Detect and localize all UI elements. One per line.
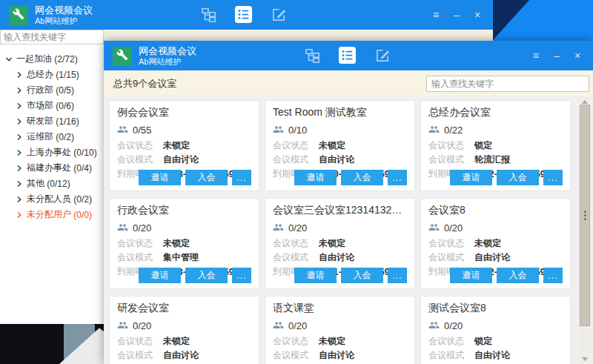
room-grid: 例会会议室 0/55 会议状态 未锁定 会议模式 自由讨论 到期时间 2028-… — [109, 100, 572, 364]
org-tree-item[interactable]: 行政部 (0/5) — [0, 82, 104, 98]
invite-button[interactable]: 邀请 — [450, 170, 492, 185]
more-button[interactable]: ... — [232, 268, 251, 283]
org-tree-item-label: 总经办 — [27, 68, 53, 81]
room-list-icon[interactable] — [234, 5, 253, 27]
people-icon — [428, 320, 440, 333]
org-tree-item[interactable]: 未分配人员 (0/2) — [0, 191, 104, 207]
org-tree-item-label: 市场部 — [27, 99, 53, 112]
join-button[interactable]: 入会 — [341, 268, 383, 283]
chevron-right-icon[interactable] — [16, 71, 23, 79]
mode-label: 会议模式 — [117, 349, 163, 362]
org-tree-item-label: 其他 — [27, 177, 44, 190]
org-tree-root-label: 一起加油 — [16, 53, 52, 65]
chevron-right-icon[interactable] — [16, 102, 23, 110]
more-button[interactable]: ... — [543, 170, 563, 185]
scrollbar-thumb[interactable] — [580, 105, 590, 326]
main-window-titlebar[interactable]: 网会视频会议 Ab网站维护 ≡ – — [104, 41, 593, 70]
org-tree-list: 总经办 (1/15) 行政部 (0/5) 市场部 (0/6) 研发部 (1/16… — [0, 67, 104, 222]
org-tree-item-count: (0/5) — [56, 85, 74, 96]
org-chart-icon[interactable] — [200, 7, 216, 26]
scroll-down-icon[interactable] — [579, 354, 591, 364]
status-label: 会议状态 — [428, 139, 474, 152]
join-button[interactable]: 入会 — [497, 170, 539, 185]
invite-button[interactable]: 邀请 — [139, 170, 181, 185]
chevron-right-icon[interactable] — [16, 118, 23, 125]
org-tree-item[interactable]: 运维部 (0/2) — [0, 129, 104, 145]
more-button[interactable]: ... — [388, 170, 407, 185]
mode-value: 轮流汇报 — [474, 153, 510, 166]
app-title: 网会视频会议 — [35, 5, 93, 16]
mode-label: 会议模式 — [273, 349, 319, 362]
org-tree-item-count: (1/16) — [56, 116, 79, 127]
org-tree-item[interactable]: 研发部 (1/16) — [0, 113, 104, 129]
invite-button[interactable]: 邀请 — [139, 268, 181, 283]
room-name: 行政会议室 — [117, 204, 251, 217]
org-tree-item-label: 运维部 — [27, 130, 53, 143]
more-button[interactable]: ... — [232, 170, 251, 185]
more-button[interactable]: ... — [543, 268, 563, 283]
join-button[interactable]: 入会 — [185, 268, 228, 283]
org-tree-item-count: (0/2) — [56, 132, 74, 142]
join-button[interactable]: 入会 — [341, 170, 383, 185]
invite-button[interactable]: 邀请 — [294, 268, 337, 283]
chevron-right-icon[interactable] — [16, 211, 23, 219]
org-tree-item-count: (0/6) — [56, 101, 74, 111]
vertical-scrollbar[interactable] — [579, 96, 591, 364]
room-occupancy: 0/20 — [288, 222, 307, 234]
mode-label: 会议模式 — [273, 153, 319, 166]
status-label: 会议状态 — [273, 237, 319, 250]
org-tree-item[interactable]: 总经办 (1/15) — [0, 67, 104, 82]
org-tree-item-count: (0/12) — [47, 179, 70, 189]
chevron-down-icon[interactable] — [5, 56, 13, 63]
more-button[interactable]: ... — [388, 268, 407, 283]
chevron-right-icon[interactable] — [16, 133, 23, 141]
mode-value: 自由讨论 — [163, 153, 199, 166]
close-icon[interactable]: × — [572, 50, 583, 62]
room-occupancy: 0/20 — [133, 320, 151, 331]
join-button[interactable]: 入会 — [497, 268, 539, 283]
close-icon[interactable]: × — [472, 9, 483, 21]
background-window-titlebar[interactable]: 网会视频会议 Ab网站维护 ≡ – — [0, 0, 493, 30]
org-chart-icon[interactable] — [304, 47, 320, 67]
chevron-right-icon[interactable] — [16, 87, 23, 94]
invite-button[interactable]: 邀请 — [450, 268, 492, 283]
status-label: 会议状态 — [273, 335, 319, 348]
room-name: 语文课堂 — [273, 302, 407, 315]
org-tree-root[interactable]: 一起加油 (2/72) — [0, 51, 104, 67]
edit-icon[interactable] — [374, 47, 391, 67]
invite-button[interactable]: 邀请 — [294, 170, 337, 185]
chevron-right-icon[interactable] — [16, 165, 23, 172]
meeting-room-card: 总经办会议室 0/22 会议状态 锁定 会议模式 轮流汇报 到期时间 2022-… — [420, 100, 571, 191]
org-tree-item[interactable]: 上海办事处 (0/10) — [0, 145, 104, 160]
chevron-right-icon[interactable] — [16, 180, 23, 188]
org-tree-item-count: (0/10) — [73, 148, 96, 158]
org-tree-item[interactable]: 福建办事处 (0/4) — [0, 160, 104, 176]
room-search-input[interactable] — [426, 76, 589, 92]
join-button[interactable]: 入会 — [185, 170, 228, 185]
room-list-icon[interactable] — [338, 46, 357, 67]
wrench-icon — [116, 49, 128, 64]
minimize-icon[interactable]: – — [551, 50, 562, 62]
room-name: Test Room 测试教室 — [273, 106, 407, 119]
status-value: 未锁定 — [319, 139, 345, 152]
chevron-right-icon[interactable] — [16, 196, 23, 203]
meeting-room-card: 会议室8 0/20 会议状态 未锁定 会议模式 自由讨论 到期时间 2022-0… — [420, 198, 571, 289]
org-tree: 一起加油 (2/72) 总经办 (1/15) 行政部 (0/5) 市场部 (0/… — [0, 44, 104, 222]
menu-icon[interactable]: ≡ — [431, 9, 441, 21]
minimize-icon[interactable]: – — [451, 9, 462, 21]
meeting-room-card: 研发会议室 0/20 会议状态 未锁定 会议模式 自由讨论 到期时间 2022-… — [109, 296, 259, 364]
menu-icon[interactable]: ≡ — [531, 50, 541, 62]
org-tree-item[interactable]: 市场部 (0/6) — [0, 98, 104, 113]
sidebar-search-input[interactable] — [0, 30, 104, 44]
status-value: 未锁定 — [163, 139, 190, 152]
room-count-text: 总共9个会议室 — [104, 77, 176, 90]
edit-icon[interactable] — [271, 6, 288, 26]
status-label: 会议状态 — [428, 335, 474, 348]
status-label: 会议状态 — [117, 335, 163, 348]
org-tree-item-count: (0/4) — [73, 163, 92, 173]
org-tree-item-label: 未分配用户 — [27, 208, 71, 221]
org-tree-item[interactable]: 未分配用户 (0/0) — [0, 207, 104, 222]
org-tree-item[interactable]: 其他 (0/12) — [0, 176, 104, 191]
chevron-right-icon[interactable] — [16, 149, 23, 156]
org-tree-item-label: 福建办事处 — [27, 162, 71, 174]
